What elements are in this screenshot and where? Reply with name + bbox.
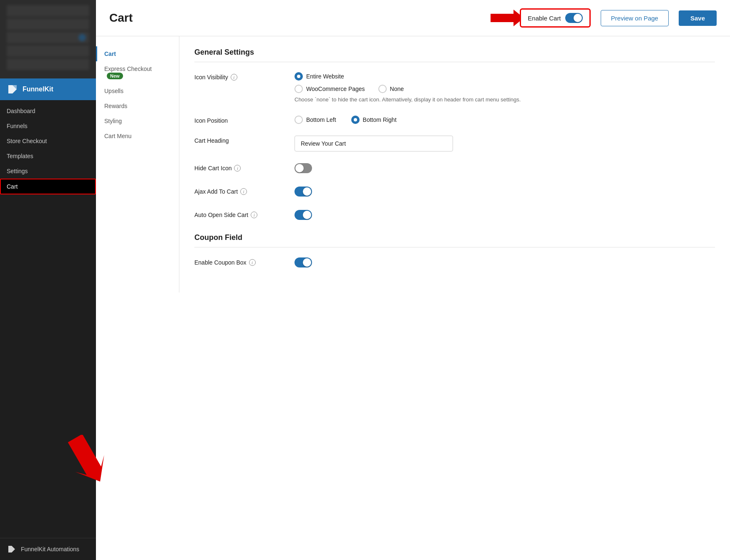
radio-woocommerce-pages-circle [295, 85, 303, 93]
enable-coupon-box-control [295, 257, 715, 269]
content-area: Cart Express Checkout New Upsells Reward… [96, 36, 730, 293]
preview-on-page-button[interactable]: Preview on Page [601, 10, 669, 26]
icon-visibility-label: Icon Visibility i [194, 72, 278, 81]
icon-position-radio-row: Bottom Left Bottom Right [295, 116, 715, 124]
cart-heading-control [295, 136, 715, 151]
hide-cart-icon-toggle-knob [295, 164, 304, 172]
sidebar-item-funnels[interactable]: Funnels [0, 119, 96, 134]
sidebar-item-label-dashboard: Dashboard [7, 108, 35, 114]
auto-open-side-cart-toggle[interactable] [295, 210, 312, 220]
radio-woocommerce-pages-label: WooCommerce Pages [306, 86, 365, 92]
radio-bottom-left-circle [295, 116, 303, 124]
sidebar-blurred-row-2 [7, 18, 89, 30]
hide-cart-icon-help-icon[interactable]: i [234, 165, 241, 172]
sub-nav-item-styling-label: Styling [104, 118, 122, 124]
sub-nav-item-cart-menu[interactable]: Cart Menu [96, 129, 179, 144]
sidebar-item-label-funnels: Funnels [7, 123, 28, 129]
sidebar-automations-label: FunnelKit Automations [21, 546, 79, 552]
ajax-add-to-cart-help-icon[interactable]: i [240, 188, 247, 195]
settings-panel: General Settings Icon Visibility i Entir… [179, 36, 730, 293]
sub-nav-item-upsells[interactable]: Upsells [96, 83, 179, 98]
ajax-add-to-cart-toggle-knob [303, 187, 311, 196]
sidebar-item-label-templates: Templates [7, 153, 33, 159]
automations-logo [7, 544, 17, 554]
icon-position-row: Icon Position Bottom Left Bottom Right [194, 116, 715, 124]
auto-open-side-cart-toggle-knob [303, 211, 311, 219]
page-title: Cart [109, 11, 510, 25]
icon-visibility-help-icon[interactable]: i [231, 74, 237, 81]
new-badge: New [107, 73, 123, 79]
blue-dot [78, 34, 86, 41]
sidebar-blurred-row-3 [7, 32, 89, 43]
coupon-field-divider [194, 247, 715, 247]
ajax-add-to-cart-label: Ajax Add To Cart i [194, 187, 278, 195]
sub-nav-item-cart-label: Cart [104, 50, 116, 57]
sidebar: FunnelKit Dashboard Funnels Store Checko… [0, 0, 96, 560]
radio-none[interactable]: None [378, 85, 404, 93]
radio-entire-website-circle [295, 72, 303, 81]
radio-entire-website-label: Entire Website [306, 73, 344, 80]
sub-nav-item-upsells-label: Upsells [104, 88, 123, 94]
sub-nav-item-rewards-label: Rewards [104, 103, 127, 109]
sub-nav-item-express-checkout[interactable]: Express Checkout New [96, 61, 179, 83]
sidebar-blurred-row-5 [7, 58, 89, 70]
sidebar-top [0, 0, 96, 78]
radio-none-circle [378, 85, 387, 93]
sidebar-nav: Dashboard Funnels Store Checkout Templat… [0, 100, 96, 538]
auto-open-side-cart-row: Auto Open Side Cart i [194, 210, 715, 222]
icon-visibility-radio-group: Entire Website WooCommerce Pages None [295, 72, 715, 93]
radio-none-label: None [390, 86, 404, 92]
auto-open-side-cart-label: Auto Open Side Cart i [194, 210, 278, 218]
enable-cart-toggle-box: Enable Cart [520, 8, 590, 28]
sub-nav-item-rewards[interactable]: Rewards [96, 98, 179, 114]
main-content: Cart Enable Cart Preview on Page Save Ca… [96, 0, 730, 560]
sidebar-item-settings[interactable]: Settings [0, 164, 96, 179]
cart-heading-label: Cart Heading [194, 136, 278, 144]
funnelkit-brand-label: FunnelKit [23, 86, 53, 93]
funnelkit-logo [7, 83, 18, 95]
auto-open-side-cart-help-icon[interactable]: i [251, 212, 257, 218]
sidebar-item-store-checkout[interactable]: Store Checkout [0, 134, 96, 149]
sub-nav-item-cart[interactable]: Cart [96, 46, 179, 61]
sidebar-item-label-settings: Settings [7, 168, 28, 174]
enable-coupon-box-label: Enable Coupon Box i [194, 257, 278, 266]
cart-heading-input[interactable] [295, 136, 453, 151]
enable-cart-section: Enable Cart [520, 8, 590, 28]
radio-bottom-right[interactable]: Bottom Right [351, 116, 397, 124]
enable-cart-label: Enable Cart [528, 15, 561, 22]
enable-coupon-box-toggle[interactable] [295, 257, 312, 267]
sidebar-item-dashboard[interactable]: Dashboard [0, 103, 96, 119]
ajax-add-to-cart-toggle[interactable] [295, 187, 312, 197]
radio-bottom-right-label: Bottom Right [363, 116, 397, 123]
radio-entire-website[interactable]: Entire Website [295, 72, 715, 81]
general-settings-divider [194, 62, 715, 62]
sidebar-automations[interactable]: FunnelKit Automations [0, 538, 96, 560]
sidebar-blurred-row-4 [7, 45, 89, 57]
annotation-arrow-right [491, 10, 524, 26]
icon-position-control: Bottom Left Bottom Right [295, 116, 715, 124]
hide-cart-icon-control [295, 163, 715, 175]
hide-cart-icon-row: Hide Cart Icon i [194, 163, 715, 175]
enable-coupon-box-help-icon[interactable]: i [249, 259, 256, 266]
sub-nav-item-styling[interactable]: Styling [96, 114, 179, 129]
ajax-add-to-cart-control [295, 187, 715, 198]
save-button[interactable]: Save [679, 10, 717, 26]
sub-nav: Cart Express Checkout New Upsells Reward… [96, 36, 179, 293]
sidebar-blurred-row-1 [7, 5, 89, 17]
sub-nav-item-cart-menu-label: Cart Menu [104, 133, 131, 139]
radio-bottom-left[interactable]: Bottom Left [295, 116, 336, 124]
funnelkit-brand[interactable]: FunnelKit [0, 78, 96, 100]
hide-cart-icon-toggle[interactable] [295, 163, 312, 173]
radio-row-2: WooCommerce Pages None [295, 85, 715, 93]
hide-cart-icon-label: Hide Cart Icon i [194, 163, 278, 172]
radio-woocommerce-pages[interactable]: WooCommerce Pages [295, 85, 365, 93]
sidebar-item-templates[interactable]: Templates [0, 149, 96, 164]
main-header: Cart Enable Cart Preview on Page Save [96, 0, 730, 36]
enable-cart-toggle[interactable] [565, 13, 583, 23]
sidebar-item-cart[interactable]: Cart [0, 179, 96, 194]
sidebar-item-label-cart: Cart [7, 183, 18, 190]
enable-coupon-box-row: Enable Coupon Box i [194, 257, 715, 269]
enable-coupon-box-toggle-knob [303, 258, 311, 267]
radio-bottom-right-circle [351, 116, 360, 124]
cart-heading-row: Cart Heading [194, 136, 715, 151]
